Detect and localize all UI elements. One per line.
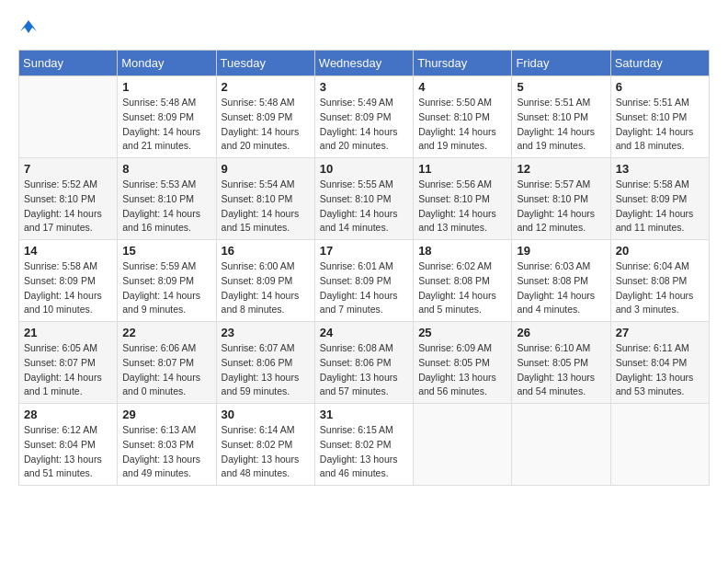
calendar-cell: 21Sunrise: 6:05 AM Sunset: 8:07 PM Dayli… (19, 322, 118, 404)
calendar-table: SundayMondayTuesdayWednesdayThursdayFrid… (18, 50, 710, 486)
day-number: 10 (320, 162, 408, 176)
calendar-cell: 30Sunrise: 6:14 AM Sunset: 8:02 PM Dayli… (216, 404, 314, 486)
day-detail: Sunrise: 6:13 AM Sunset: 8:03 PM Dayligh… (122, 423, 210, 481)
calendar-cell: 29Sunrise: 6:13 AM Sunset: 8:03 PM Dayli… (118, 404, 216, 486)
day-number: 12 (517, 162, 605, 176)
calendar-header-monday: Monday (118, 51, 216, 76)
day-number: 17 (320, 244, 408, 258)
day-detail: Sunrise: 6:11 AM Sunset: 8:04 PM Dayligh… (616, 341, 704, 399)
calendar-cell: 1Sunrise: 5:48 AM Sunset: 8:09 PM Daylig… (118, 76, 216, 158)
day-number: 22 (122, 326, 210, 339)
day-number: 3 (320, 80, 408, 94)
day-number: 24 (320, 326, 408, 339)
day-number: 25 (418, 326, 506, 339)
calendar-cell (610, 404, 709, 486)
calendar-cell: 5Sunrise: 5:51 AM Sunset: 8:10 PM Daylig… (512, 76, 610, 158)
calendar-header-friday: Friday (512, 51, 610, 76)
calendar-cell: 9Sunrise: 5:54 AM Sunset: 8:10 PM Daylig… (216, 158, 314, 240)
day-number: 14 (24, 244, 112, 258)
day-number: 21 (24, 326, 112, 339)
calendar-cell: 4Sunrise: 5:50 AM Sunset: 8:10 PM Daylig… (414, 76, 512, 158)
calendar-cell: 26Sunrise: 6:10 AM Sunset: 8:05 PM Dayli… (512, 322, 610, 404)
day-detail: Sunrise: 5:59 AM Sunset: 8:09 PM Dayligh… (122, 259, 210, 317)
calendar-cell: 10Sunrise: 5:55 AM Sunset: 8:10 PM Dayli… (314, 158, 413, 240)
day-number: 2 (222, 80, 310, 94)
day-detail: Sunrise: 6:01 AM Sunset: 8:09 PM Dayligh… (320, 259, 408, 317)
day-detail: Sunrise: 6:00 AM Sunset: 8:09 PM Dayligh… (222, 259, 310, 317)
calendar-cell: 12Sunrise: 5:57 AM Sunset: 8:10 PM Dayli… (512, 158, 610, 240)
day-detail: Sunrise: 6:03 AM Sunset: 8:08 PM Dayligh… (517, 259, 605, 317)
day-number: 1 (122, 80, 210, 94)
day-detail: Sunrise: 6:15 AM Sunset: 8:02 PM Dayligh… (320, 423, 408, 481)
day-detail: Sunrise: 5:51 AM Sunset: 8:10 PM Dayligh… (517, 96, 605, 154)
calendar-cell: 8Sunrise: 5:53 AM Sunset: 8:10 PM Daylig… (118, 158, 216, 240)
day-detail: Sunrise: 6:07 AM Sunset: 8:06 PM Dayligh… (222, 341, 310, 399)
calendar-cell (414, 404, 512, 486)
day-detail: Sunrise: 5:58 AM Sunset: 8:09 PM Dayligh… (616, 178, 704, 236)
calendar-week-row: 7Sunrise: 5:52 AM Sunset: 8:10 PM Daylig… (19, 158, 710, 240)
calendar-cell: 17Sunrise: 6:01 AM Sunset: 8:09 PM Dayli… (314, 240, 413, 322)
day-number: 7 (24, 162, 112, 176)
calendar-cell: 2Sunrise: 5:48 AM Sunset: 8:09 PM Daylig… (216, 76, 314, 158)
day-number: 27 (616, 326, 704, 339)
calendar-cell: 7Sunrise: 5:52 AM Sunset: 8:10 PM Daylig… (19, 158, 118, 240)
calendar-cell: 11Sunrise: 5:56 AM Sunset: 8:10 PM Dayli… (414, 158, 512, 240)
day-detail: Sunrise: 5:55 AM Sunset: 8:10 PM Dayligh… (320, 178, 408, 236)
day-detail: Sunrise: 6:04 AM Sunset: 8:08 PM Dayligh… (616, 259, 704, 317)
day-detail: Sunrise: 5:51 AM Sunset: 8:10 PM Dayligh… (616, 96, 704, 154)
svg-marker-0 (20, 20, 37, 33)
day-number: 6 (616, 80, 704, 94)
calendar-header-wednesday: Wednesday (314, 51, 413, 76)
calendar-cell (19, 76, 118, 158)
day-detail: Sunrise: 6:02 AM Sunset: 8:08 PM Dayligh… (418, 259, 506, 317)
calendar-cell: 16Sunrise: 6:00 AM Sunset: 8:09 PM Dayli… (216, 240, 314, 322)
day-number: 13 (616, 162, 704, 176)
day-detail: Sunrise: 5:56 AM Sunset: 8:10 PM Dayligh… (418, 178, 506, 236)
day-detail: Sunrise: 5:48 AM Sunset: 8:09 PM Dayligh… (222, 96, 310, 154)
day-detail: Sunrise: 5:52 AM Sunset: 8:10 PM Dayligh… (24, 178, 112, 236)
calendar-cell: 31Sunrise: 6:15 AM Sunset: 8:02 PM Dayli… (314, 404, 413, 486)
day-number: 8 (122, 162, 210, 176)
day-detail: Sunrise: 5:53 AM Sunset: 8:10 PM Dayligh… (122, 178, 210, 236)
day-detail: Sunrise: 6:06 AM Sunset: 8:07 PM Dayligh… (122, 341, 210, 399)
calendar-header-sunday: Sunday (19, 51, 118, 76)
day-detail: Sunrise: 5:50 AM Sunset: 8:10 PM Dayligh… (418, 96, 506, 154)
day-number: 5 (517, 80, 605, 94)
calendar-week-row: 14Sunrise: 5:58 AM Sunset: 8:09 PM Dayli… (19, 240, 710, 322)
calendar-cell: 3Sunrise: 5:49 AM Sunset: 8:09 PM Daylig… (314, 76, 413, 158)
calendar-week-row: 28Sunrise: 6:12 AM Sunset: 8:04 PM Dayli… (19, 404, 710, 486)
logo-bird-icon (20, 18, 37, 35)
calendar-cell: 20Sunrise: 6:04 AM Sunset: 8:08 PM Dayli… (610, 240, 709, 322)
day-detail: Sunrise: 6:10 AM Sunset: 8:05 PM Dayligh… (517, 341, 605, 399)
day-detail: Sunrise: 6:14 AM Sunset: 8:02 PM Dayligh… (222, 423, 310, 481)
calendar-cell: 19Sunrise: 6:03 AM Sunset: 8:08 PM Dayli… (512, 240, 610, 322)
day-number: 4 (418, 80, 506, 94)
calendar-cell: 28Sunrise: 6:12 AM Sunset: 8:04 PM Dayli… (19, 404, 118, 486)
day-number: 15 (122, 244, 210, 258)
calendar-week-row: 1Sunrise: 5:48 AM Sunset: 8:09 PM Daylig… (19, 76, 710, 158)
calendar-header-thursday: Thursday (414, 51, 512, 76)
calendar-cell: 13Sunrise: 5:58 AM Sunset: 8:09 PM Dayli… (610, 158, 709, 240)
calendar-cell: 23Sunrise: 6:07 AM Sunset: 8:06 PM Dayli… (216, 322, 314, 404)
day-number: 26 (517, 326, 605, 339)
calendar-cell: 24Sunrise: 6:08 AM Sunset: 8:06 PM Dayli… (314, 322, 413, 404)
day-number: 9 (222, 162, 310, 176)
calendar-header-row: SundayMondayTuesdayWednesdayThursdayFrid… (19, 51, 710, 76)
day-detail: Sunrise: 6:05 AM Sunset: 8:07 PM Dayligh… (24, 341, 112, 399)
day-detail: Sunrise: 5:58 AM Sunset: 8:09 PM Dayligh… (24, 259, 112, 317)
calendar-header-saturday: Saturday (610, 51, 709, 76)
calendar-cell: 25Sunrise: 6:09 AM Sunset: 8:05 PM Dayli… (414, 322, 512, 404)
calendar-cell: 14Sunrise: 5:58 AM Sunset: 8:09 PM Dayli… (19, 240, 118, 322)
day-number: 20 (616, 244, 704, 258)
logo (18, 18, 37, 35)
calendar-week-row: 21Sunrise: 6:05 AM Sunset: 8:07 PM Dayli… (19, 322, 710, 404)
day-detail: Sunrise: 5:57 AM Sunset: 8:10 PM Dayligh… (517, 178, 605, 236)
day-detail: Sunrise: 5:48 AM Sunset: 8:09 PM Dayligh… (122, 96, 210, 154)
day-number: 19 (517, 244, 605, 258)
day-detail: Sunrise: 6:08 AM Sunset: 8:06 PM Dayligh… (320, 341, 408, 399)
day-number: 28 (24, 408, 112, 421)
day-number: 18 (418, 244, 506, 258)
calendar-header-tuesday: Tuesday (216, 51, 314, 76)
day-number: 29 (122, 408, 210, 421)
day-number: 30 (222, 408, 310, 421)
